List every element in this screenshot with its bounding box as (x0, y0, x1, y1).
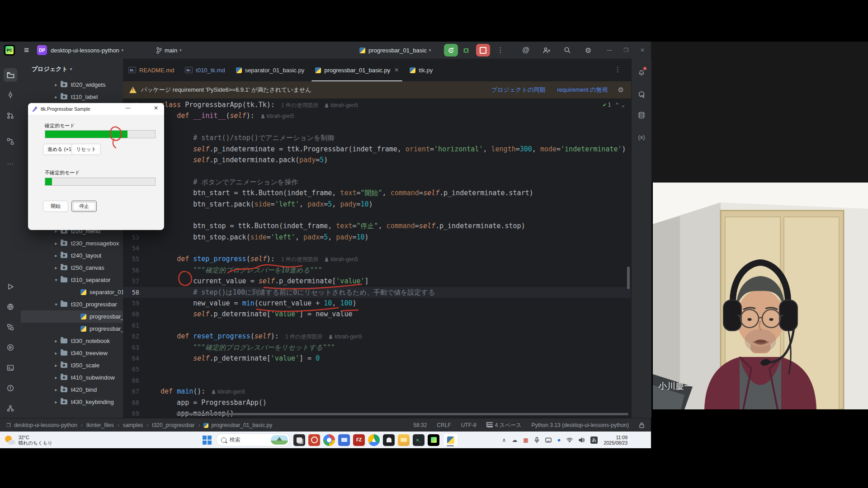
file-encoding[interactable]: UTF-8 (461, 422, 476, 428)
breadcrumb-item[interactable]: desktop-ui-lessons-python (14, 422, 77, 428)
pycharm-logo-icon[interactable] (4, 45, 15, 56)
indent-setting[interactable]: 4 スペース (486, 422, 522, 429)
stop-button-tk[interactable]: 停止 (71, 201, 97, 212)
run-tool-icon[interactable] (4, 280, 17, 293)
editor-tab[interactable]: progressbar_01_basic.py✕ (310, 59, 404, 81)
taskbar-weather-widget[interactable]: 32°C 晴れのちくもり (5, 435, 52, 446)
tree-chevron-icon[interactable]: ▸ (52, 387, 61, 392)
tree-chevron-icon[interactable]: ▸ (52, 82, 61, 87)
editor-tab[interactable]: M↓t010_tk.md (179, 59, 230, 81)
tree-chevron-icon[interactable]: ▸ (52, 265, 61, 270)
taskbar-app-taskview[interactable] (293, 434, 305, 446)
sync-project-link[interactable]: プロジェクトの同期 (491, 86, 545, 94)
next-problem-icon[interactable]: ⌄ (622, 102, 625, 108)
tabs-more-kebab[interactable]: ⋮ (614, 66, 621, 74)
problems-tool-icon[interactable] (4, 381, 17, 395)
tray-blue-dot-icon[interactable]: ● (557, 436, 561, 443)
tray-tablet-icon[interactable] (545, 437, 552, 443)
taskbar-app-red[interactable] (308, 434, 320, 446)
rerun-button[interactable] (444, 44, 458, 56)
tk-progressbar-window[interactable]: ttk.Progressbar Sample — ✕ 確定的モード 進める (+… (28, 103, 164, 230)
tray-show-hidden-icon[interactable]: ∧ (502, 437, 506, 443)
tree-item[interactable]: ▸t340_treeview (21, 347, 123, 359)
window-close-button[interactable]: ✕ (637, 42, 648, 59)
line-separator[interactable]: CRLF (437, 422, 451, 428)
inspections-widget[interactable]: ✔ 1 ⌃ ⌄ (603, 101, 625, 108)
tree-item[interactable]: ▸t230_messagebox (21, 237, 123, 249)
vcs-tool-icon[interactable] (4, 402, 17, 415)
tree-item[interactable]: ▸t110_label (21, 91, 123, 103)
start-button[interactable]: 開始 (43, 201, 68, 212)
tree-item[interactable]: ▾t320_progressbar (21, 298, 123, 310)
tree-item[interactable]: ▸t020_widgets (21, 79, 123, 91)
code-editor[interactable]: class ProgressbarApp(tk.Tk):1 件の使用箇所kbra… (123, 99, 631, 418)
editor-vertical-scrollbar[interactable] (627, 267, 630, 289)
tray-microphone-icon[interactable] (534, 437, 539, 443)
tree-item[interactable]: progressbar_0 (21, 310, 123, 323)
tab-close-icon[interactable]: ✕ (394, 67, 399, 73)
run-console-tool-icon[interactable] (4, 341, 17, 354)
window-maximize-button[interactable]: ❐ (620, 42, 632, 59)
breadcrumb[interactable]: ❐desktop-ui-lessons-python›tkinter_files… (6, 422, 272, 428)
more-actions-kebab[interactable]: ⋮ (495, 42, 506, 59)
breadcrumb-item[interactable]: progressbar_01_basic.py (211, 422, 272, 428)
tree-chevron-icon[interactable]: ▸ (52, 94, 61, 99)
tree-item[interactable]: ▸t350_scale (21, 359, 123, 371)
debug-button[interactable] (460, 42, 472, 59)
search-icon[interactable] (561, 42, 573, 59)
reset-button[interactable]: リセット (71, 144, 101, 155)
tray-grid-icon[interactable]: ▦ (523, 437, 528, 443)
structure-tool-icon[interactable] (4, 135, 17, 148)
tree-chevron-icon[interactable]: ▸ (52, 375, 61, 380)
editor-tab[interactable]: ttk.py (404, 59, 438, 81)
taskbar-app-drive[interactable] (368, 434, 380, 446)
project-tool-icon[interactable] (4, 68, 17, 82)
prev-problem-icon[interactable]: ⌃ (616, 102, 619, 108)
variables-icon[interactable]: (x) (635, 130, 648, 144)
editor-horizontal-scrollbar[interactable] (176, 413, 628, 415)
taskbar-app-filezilla[interactable]: FZ (353, 434, 365, 446)
settings-gear-icon[interactable]: ⚙ (582, 42, 594, 59)
tray-cloud-icon[interactable]: ☁ (512, 437, 517, 443)
breadcrumb-item[interactable]: tkinter_files (86, 422, 114, 428)
terminal-tool-icon[interactable] (4, 361, 17, 375)
tray-clock[interactable]: 11:09 2025/08/23 (604, 435, 627, 446)
main-menu-icon[interactable]: ≡ (24, 45, 29, 55)
window-minimize-button[interactable]: — (604, 42, 615, 59)
branch-selector[interactable]: main ▾ (156, 47, 182, 54)
database-icon[interactable] (635, 108, 648, 122)
code-with-me-icon[interactable]: @ (520, 42, 532, 59)
tree-chevron-icon[interactable]: ▸ (52, 253, 61, 258)
tree-item[interactable]: ▾t310_separator (21, 274, 123, 286)
banner-settings-icon[interactable]: ⚙ (618, 86, 624, 94)
tree-item[interactable]: ▸t410_subwindow (21, 371, 123, 384)
more-tools-icon[interactable]: … (4, 155, 17, 169)
taskbar-app-remote[interactable] (338, 434, 350, 446)
taskbar-app-pycharm[interactable] (428, 434, 439, 446)
start-button[interactable] (203, 436, 212, 445)
notifications-icon[interactable] (635, 66, 648, 79)
tree-chevron-icon[interactable]: ▾ (52, 302, 61, 307)
taskbar-app-explorer[interactable] (398, 434, 410, 446)
tree-chevron-icon[interactable]: ▾ (52, 277, 61, 282)
ignore-requirement-link[interactable]: requirement の無視 (557, 86, 608, 94)
tk-minimize-button[interactable]: — (122, 105, 134, 110)
run-config-selector[interactable]: progressbar_01_basic ▾ (359, 47, 431, 54)
caret-position[interactable]: 58:32 (413, 422, 427, 428)
commit-tool-icon[interactable] (4, 88, 17, 102)
python-packages-tool-icon[interactable] (4, 300, 17, 314)
tree-chevron-icon[interactable]: ▸ (52, 399, 61, 404)
tree-item[interactable]: ▸t430_keybinding (21, 396, 123, 408)
project-selector[interactable]: DP desktop-ui-lessons-python ▾ (37, 45, 123, 55)
tk-window-titlebar[interactable]: ttk.Progressbar Sample — ✕ (28, 103, 164, 115)
editor-tab[interactable]: M↓README.md (123, 59, 179, 81)
tree-item[interactable]: ▸t330_notebook (21, 335, 123, 347)
project-panel-header[interactable]: プロジェクト ▾ (32, 65, 72, 73)
taskbar-search[interactable]: 検索 (216, 433, 290, 446)
tree-chevron-icon[interactable]: ▸ (52, 351, 61, 356)
tree-item[interactable]: progressbar_0 (21, 323, 123, 335)
taskbar-app-terminal[interactable]: >_ (413, 434, 425, 446)
tree-item[interactable]: ▸t240_layout (21, 249, 123, 262)
add-user-icon[interactable] (541, 42, 552, 59)
tree-item[interactable]: ▸t420_bind (21, 384, 123, 396)
